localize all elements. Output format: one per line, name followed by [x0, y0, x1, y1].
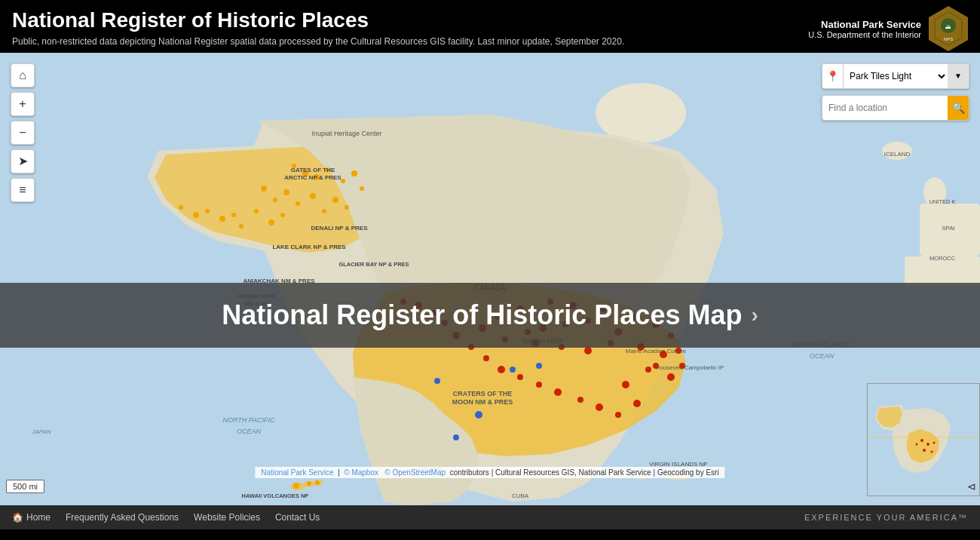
svg-text:MOON NM & PRES: MOON NM & PRES	[452, 398, 513, 406]
svg-point-87	[536, 363, 542, 369]
svg-point-50	[554, 388, 562, 396]
svg-point-83	[193, 212, 199, 218]
layer-selector[interactable]: 📍 Park Tiles Light ▼	[822, 63, 969, 89]
footer-home-icon: 🏠	[12, 512, 23, 523]
svg-point-68	[345, 205, 349, 210]
svg-point-27	[645, 367, 651, 373]
nps-emblem: NPS ⛰	[929, 6, 968, 51]
layers-button[interactable]: ≡	[11, 178, 35, 202]
svg-point-5	[596, 83, 686, 143]
map-top-right-controls: 📍 Park Tiles Light ▼ 🔍	[822, 63, 969, 121]
page-footer: 🏠 Home Frequently Asked Questions Websit…	[0, 505, 980, 529]
svg-point-54	[483, 355, 489, 361]
find-location-control[interactable]: 🔍	[822, 95, 969, 121]
svg-point-92	[315, 480, 320, 485]
minus-icon: −	[19, 126, 26, 140]
svg-point-62	[273, 198, 277, 202]
svg-point-61	[261, 186, 267, 192]
osm-link[interactable]: © OpenStreetMap	[384, 468, 446, 477]
nps-line1: National Park Service	[808, 19, 921, 30]
svg-point-40	[584, 347, 592, 354]
svg-point-126	[926, 443, 929, 446]
home-button[interactable]: ⌂	[11, 63, 35, 87]
svg-text:GLACIER BAY NP & PRES: GLACIER BAY NP & PRES	[338, 261, 409, 268]
svg-text:⛰: ⛰	[945, 23, 951, 30]
compass-button[interactable]: ➤	[11, 149, 35, 173]
map-banner[interactable]: National Register of Historic Places Map…	[0, 283, 980, 348]
svg-text:GATES OF THE: GATES OF THE	[291, 167, 335, 173]
svg-text:NORTH PACIFIC: NORTH PACIFIC	[222, 416, 275, 424]
svg-point-67	[332, 197, 338, 203]
footer-tagline: EXPERIENCE YOUR AMERICA™	[804, 513, 968, 522]
svg-point-66	[322, 209, 326, 213]
svg-point-63	[283, 189, 289, 195]
nps-line2: U.S. Department of the Interior	[808, 30, 921, 39]
footer-faq-link[interactable]: Frequently Asked Questions	[66, 512, 179, 523]
nps-logo: National Park Service U.S. Department of…	[808, 6, 968, 51]
footer-nav: 🏠 Home Frequently Asked Questions Websit…	[12, 512, 320, 523]
svg-point-47	[615, 412, 621, 418]
svg-text:DENALI NP & PRES: DENALI NP & PRES	[311, 225, 369, 232]
svg-point-48	[596, 403, 603, 411]
home-icon: ⌂	[19, 69, 26, 82]
svg-point-125	[920, 439, 923, 442]
search-button[interactable]: 🔍	[948, 96, 969, 120]
find-location-input[interactable]	[822, 98, 948, 118]
svg-point-69	[254, 209, 259, 213]
svg-point-85	[475, 411, 482, 419]
svg-text:MOROCC: MOROCC	[929, 255, 956, 262]
svg-point-82	[205, 209, 210, 213]
svg-rect-131	[868, 437, 980, 438]
footer-contact-link[interactable]: Contact Us	[275, 512, 320, 523]
map-container[interactable]: VIRGIN ISLANDS NP	[0, 53, 980, 505]
mini-map-inner: ⊲	[868, 384, 979, 496]
svg-point-90	[293, 483, 299, 489]
svg-text:Maine Acadian Culture: Maine Acadian Culture	[626, 348, 687, 354]
mapbox-link[interactable]: © Mapbox	[344, 468, 378, 477]
svg-text:NPS: NPS	[944, 37, 953, 41]
svg-point-71	[280, 213, 285, 217]
svg-text:HAWAII VOLCANOES NP: HAWAII VOLCANOES NP	[242, 492, 309, 499]
attribution-rest: contributors | Cultural Resources GIS, N…	[450, 468, 719, 477]
svg-point-49	[577, 397, 583, 403]
banner-arrow: ›	[751, 303, 758, 327]
scale-label: 500 mi	[6, 480, 44, 493]
svg-point-86	[510, 367, 516, 373]
compass-icon: ➤	[18, 154, 28, 168]
svg-text:SPAI: SPAI	[942, 225, 955, 232]
zoom-in-button[interactable]: +	[11, 92, 35, 116]
banner-title: National Register of Historic Places Map…	[222, 299, 758, 331]
svg-text:OCEAN: OCEAN	[810, 352, 835, 360]
svg-point-128	[916, 443, 918, 445]
svg-point-127	[933, 441, 936, 443]
plus-icon: +	[19, 97, 26, 111]
svg-point-89	[453, 434, 459, 440]
svg-point-129	[923, 449, 926, 452]
svg-point-70	[268, 219, 274, 226]
svg-text:LAKE CLARK NP & PRES: LAKE CLARK NP & PRES	[272, 244, 346, 250]
svg-point-80	[231, 213, 236, 217]
footer-home-link[interactable]: 🏠 Home	[12, 512, 51, 523]
page-header: National Register of Historic Places Pub…	[0, 0, 980, 53]
svg-text:ICELAND: ICELAND	[884, 151, 911, 158]
pin-icon: 📍	[822, 64, 844, 88]
svg-point-91	[307, 481, 311, 486]
svg-text:UNITED K: UNITED K	[929, 198, 955, 205]
dropdown-arrow-icon[interactable]: ▼	[948, 64, 969, 88]
footer-policies-link[interactable]: Website Policies	[194, 512, 260, 523]
svg-point-84	[179, 205, 183, 210]
svg-point-130	[931, 450, 933, 453]
svg-point-72	[341, 179, 345, 183]
attribution-bar: National Park Service | © Mapbox © OpenS…	[255, 467, 724, 478]
mini-map-arrow[interactable]: ⊲	[967, 480, 976, 492]
svg-text:JAPAN: JAPAN	[31, 428, 51, 435]
svg-text:ARCTIC NP & PRES: ARCTIC NP & PRES	[284, 174, 341, 181]
layer-select-dropdown[interactable]: Park Tiles Light	[844, 67, 948, 85]
svg-text:CRATERS OF THE: CRATERS OF THE	[453, 390, 512, 397]
svg-text:OCEAN: OCEAN	[237, 428, 262, 435]
nps-link[interactable]: National Park Service	[261, 468, 333, 477]
svg-point-64	[296, 201, 300, 206]
svg-point-88	[434, 378, 440, 384]
svg-point-74	[360, 186, 364, 191]
zoom-out-button[interactable]: −	[11, 121, 35, 145]
